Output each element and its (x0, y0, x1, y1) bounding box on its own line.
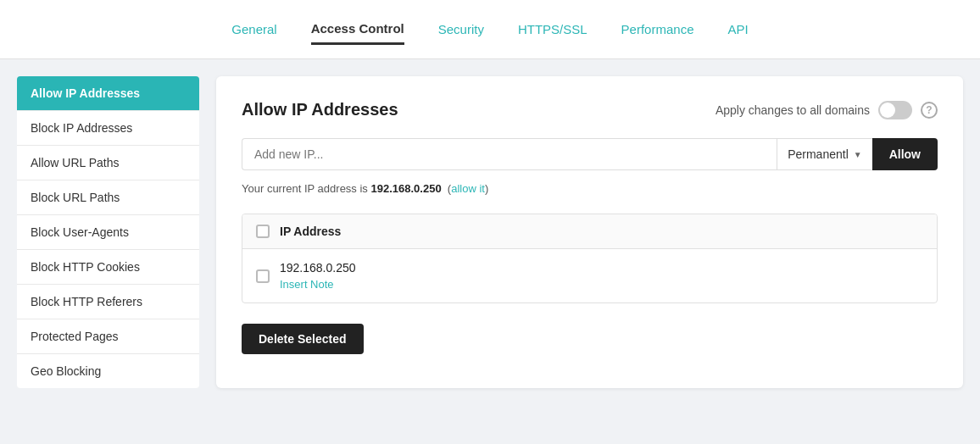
apply-changes-label: Apply changes to all domains (716, 103, 870, 117)
allow-button[interactable]: Allow (872, 138, 938, 170)
nav-general[interactable]: General (231, 15, 276, 43)
top-nav: General Access Control Security HTTPS/SS… (0, 0, 980, 59)
nav-api[interactable]: API (727, 15, 748, 43)
toggle-wrap (878, 101, 912, 119)
allow-it-link[interactable]: allow it (451, 182, 485, 195)
content-header: Allow IP Addresses Apply changes to all … (242, 100, 938, 119)
ip-cell: 192.168.0.250 Insert Note (280, 261, 356, 291)
content-area: Allow IP Addresses Apply changes to all … (216, 76, 963, 388)
nav-access-control[interactable]: Access Control (311, 14, 404, 45)
sidebar-item-block-agents[interactable]: Block User-Agents (17, 215, 199, 250)
header-checkbox[interactable] (256, 225, 270, 238)
apply-changes-section: Apply changes to all domains ? (716, 101, 938, 119)
sidebar-item-allow-url[interactable]: Allow URL Paths (17, 146, 199, 180)
sidebar-item-protected-pages[interactable]: Protected Pages (17, 319, 199, 354)
nav-performance[interactable]: Performance (621, 15, 694, 43)
add-ip-row: Permanentl ▼ Allow (242, 138, 938, 170)
duration-dropdown[interactable]: Permanentl ▼ (777, 138, 872, 170)
delete-selected-button[interactable]: Delete Selected (242, 324, 364, 354)
current-ip-text: Your current IP address is (242, 182, 368, 195)
sidebar-item-allow-ip[interactable]: Allow IP Addresses (17, 76, 199, 111)
ip-address-value: 192.168.0.250 (280, 261, 356, 275)
table-row: 192.168.0.250 Insert Note (242, 249, 937, 302)
duration-value: Permanentl (788, 147, 849, 161)
add-ip-input[interactable] (242, 138, 777, 170)
help-icon[interactable]: ? (921, 102, 938, 119)
dropdown-arrow-icon: ▼ (854, 150, 862, 159)
main-layout: Allow IP Addresses Block IP Addresses Al… (0, 59, 980, 405)
column-label-ip: IP Address (280, 225, 341, 238)
sidebar-item-block-ip[interactable]: Block IP Addresses (17, 111, 199, 146)
sidebar-item-block-referers[interactable]: Block HTTP Referers (17, 285, 199, 319)
nav-https-ssl[interactable]: HTTPS/SSL (518, 15, 587, 43)
apply-all-domains-toggle[interactable] (878, 101, 912, 119)
page-title: Allow IP Addresses (242, 100, 398, 119)
sidebar-item-block-url[interactable]: Block URL Paths (17, 180, 199, 215)
sidebar-item-geo-blocking[interactable]: Geo Blocking (17, 354, 199, 388)
row-checkbox[interactable] (256, 269, 270, 283)
current-ip-address: 192.168.0.250 (370, 182, 441, 195)
nav-security[interactable]: Security (438, 15, 484, 43)
current-ip-info: Your current IP address is 192.168.0.250… (242, 182, 938, 195)
table-header: IP Address (242, 214, 937, 249)
ip-table: IP Address 192.168.0.250 Insert Note (242, 214, 938, 303)
insert-note-link[interactable]: Insert Note (280, 278, 356, 291)
sidebar: Allow IP Addresses Block IP Addresses Al… (17, 76, 199, 388)
sidebar-item-block-cookies[interactable]: Block HTTP Cookies (17, 250, 199, 285)
